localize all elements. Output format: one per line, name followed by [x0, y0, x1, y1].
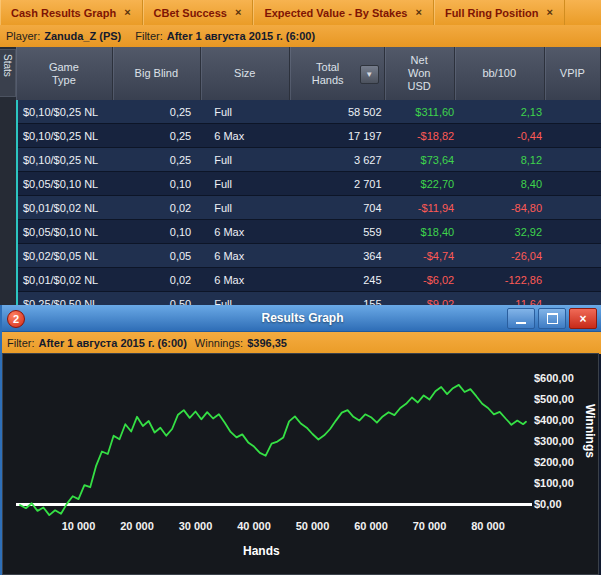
cell-game-type: $0,01/$0,02 NL [16, 196, 111, 219]
cell-total-hands: 2 701 [295, 172, 390, 195]
cell-big-blind: 0,25 [111, 100, 204, 123]
stats-tab-label: Stats [2, 54, 13, 77]
table-row[interactable]: $0,01/$0,02 NL 0,02 Full 704 -$11,94 -84… [16, 196, 601, 220]
cell-big-blind: 0,02 [111, 196, 204, 219]
minimize-button[interactable] [507, 308, 535, 329]
report-tab-label: CBet Success [154, 7, 227, 19]
cell-bb100: -0,44 [460, 124, 550, 147]
cell-bb100: 8,40 [460, 172, 550, 195]
col-header-label: Size [234, 67, 255, 80]
table-row[interactable]: $0,10/$0,25 NL 0,25 6 Max 17 197 -$18,82… [16, 124, 601, 148]
table-row[interactable]: $0,05/$0,10 NL 0,10 Full 2 701 $22,70 8,… [16, 172, 601, 196]
table-body: $0,10/$0,25 NL 0,25 Full 58 502 $311,60 … [16, 100, 601, 316]
zero-line [16, 503, 532, 506]
cell-net-won: $311,60 [391, 100, 461, 123]
x-axis-label: 20 000 [113, 520, 161, 532]
y-axis-label: $400,00 [534, 414, 574, 426]
cell-net-won: -$4,74 [391, 244, 461, 267]
x-axis-label: 70 000 [406, 520, 454, 532]
cell-big-blind: 0,25 [111, 148, 204, 171]
report-tab[interactable]: Cash Results Graph × [0, 0, 143, 25]
cell-bb100: -122,86 [460, 268, 550, 291]
col-header-bb100[interactable]: bb/100 [455, 47, 545, 100]
y-axis-label: $100,00 [534, 477, 574, 489]
graph-filter-label: Filter: [7, 337, 35, 349]
table-row[interactable]: $0,02/$0,05 NL 0,05 6 Max 364 -$4,74 -26… [16, 244, 601, 268]
cell-big-blind: 0,10 [111, 220, 204, 243]
cell-game-type: $0,05/$0,10 NL [16, 172, 111, 195]
x-axis-title: Hands [243, 544, 280, 558]
cell-vpip [550, 100, 601, 123]
report-tab-label: Cash Results Graph [11, 7, 116, 19]
cell-total-hands: 245 [295, 268, 390, 291]
close-button[interactable]: × [569, 308, 597, 329]
cell-total-hands: 3 627 [295, 148, 390, 171]
sort-button[interactable]: ▼ [360, 65, 379, 84]
tab-close-icon[interactable]: × [546, 7, 552, 18]
table-accent-bar [16, 100, 18, 305]
cell-bb100: 32,92 [460, 220, 550, 243]
cell-game-type: $0,10/$0,25 NL [16, 124, 111, 147]
y-axis-label: $200,00 [534, 456, 574, 468]
report-tab[interactable]: CBet Success × [143, 0, 254, 25]
col-header-label: Net Won USD [402, 54, 436, 93]
cell-vpip [550, 268, 601, 291]
tab-close-icon[interactable]: × [124, 7, 130, 18]
window-titlebar[interactable]: 2 Results Graph × [2, 305, 601, 332]
y-axis-label: $300,00 [534, 435, 574, 447]
table-row[interactable]: $0,10/$0,25 NL 0,25 Full 3 627 $73,64 8,… [16, 148, 601, 172]
graph-filter-value[interactable]: After 1 августа 2015 г. (6:00) [39, 337, 187, 349]
cell-game-type: $0,10/$0,25 NL [16, 148, 111, 171]
report-tab[interactable]: Expected Value - By Stakes × [253, 0, 434, 25]
cell-net-won: -$6,02 [391, 268, 461, 291]
results-graph-window: 2 Results Graph × Filter: After 1 август… [0, 305, 601, 575]
col-header-label: Game Type [43, 61, 85, 87]
col-header-net-won[interactable]: Net Won USD [385, 47, 455, 100]
player-name[interactable]: Zanuda_Z (PS) [44, 30, 121, 42]
table-row[interactable]: $0,01/$0,02 NL 0,02 6 Max 245 -$6,02 -12… [16, 268, 601, 292]
cell-game-type: $0,10/$0,25 NL [16, 100, 111, 123]
col-header-label: bb/100 [482, 67, 516, 80]
col-header-vpip[interactable]: VPIP [545, 47, 601, 100]
x-axis-label: 80 000 [464, 520, 512, 532]
cell-bb100: -84,80 [460, 196, 550, 219]
tab-close-icon[interactable]: × [415, 7, 421, 18]
col-header-label: VPIP [560, 67, 585, 80]
col-header-label: Total Hands [307, 61, 349, 87]
maximize-button[interactable] [538, 308, 566, 329]
table-row[interactable]: $0,10/$0,25 NL 0,25 Full 58 502 $311,60 … [16, 100, 601, 124]
cell-total-hands: 17 197 [295, 124, 390, 147]
y-axis-label: $0,00 [534, 498, 562, 510]
cell-total-hands: 58 502 [295, 100, 390, 123]
player-label: Player: [6, 30, 40, 42]
results-graph-svg [3, 354, 598, 574]
col-header-total-hands[interactable]: Total Hands ▼ [290, 47, 385, 100]
winnings-value: $396,35 [247, 337, 287, 349]
cell-big-blind: 0,05 [111, 244, 204, 267]
cell-game-type: $0,02/$0,05 NL [16, 244, 111, 267]
report-tab-label: Expected Value - By Stakes [264, 7, 407, 19]
col-header-big-blind[interactable]: Big Blind [113, 47, 201, 100]
x-axis-label: 60 000 [347, 520, 395, 532]
cell-big-blind: 0,25 [111, 124, 204, 147]
col-header-label: Big Blind [135, 67, 178, 80]
x-axis-label: 40 000 [230, 520, 278, 532]
cell-net-won: -$11,94 [391, 196, 461, 219]
cell-vpip [550, 148, 601, 171]
cell-net-won: $73,64 [391, 148, 461, 171]
cell-bb100: 2,13 [460, 100, 550, 123]
table-row[interactable]: $0,05/$0,10 NL 0,10 6 Max 559 $18,40 32,… [16, 220, 601, 244]
cell-bb100: 8,12 [460, 148, 550, 171]
filter-value[interactable]: After 1 августа 2015 г. (6:00) [167, 30, 315, 42]
y-axis-label: $500,00 [534, 393, 574, 405]
winnings-line [20, 385, 526, 515]
cell-total-hands: 704 [295, 196, 390, 219]
window-controls: × [507, 308, 597, 329]
col-header-game-type[interactable]: Game Type [16, 47, 113, 100]
report-tab[interactable]: Full Ring Position × [434, 0, 565, 25]
col-header-size[interactable]: Size [201, 47, 290, 100]
cell-size: Full [204, 100, 295, 123]
minimize-icon [516, 322, 526, 324]
tab-close-icon[interactable]: × [235, 7, 241, 18]
x-axis-label: 10 000 [55, 520, 103, 532]
